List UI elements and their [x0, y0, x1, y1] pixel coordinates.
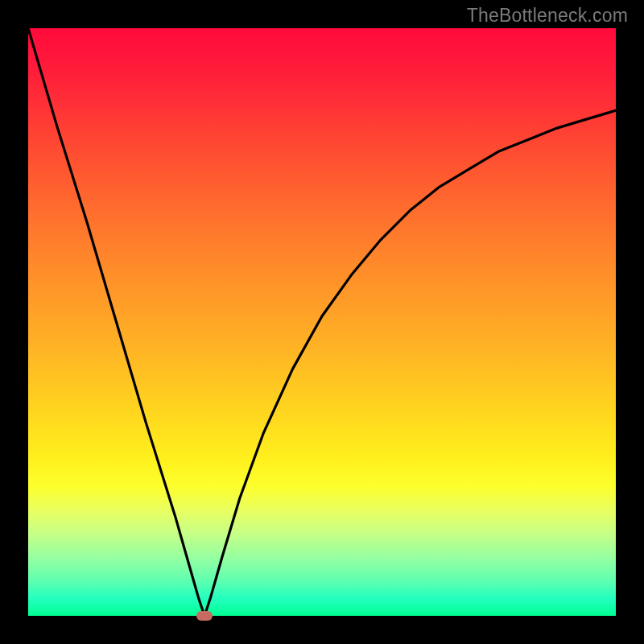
chart-stage: TheBottleneck.com	[0, 0, 644, 644]
plot-area	[28, 28, 616, 616]
curve-svg	[28, 28, 616, 616]
minimum-marker	[196, 611, 213, 621]
bottleneck-curve	[28, 28, 616, 616]
watermark-text: TheBottleneck.com	[467, 5, 628, 27]
